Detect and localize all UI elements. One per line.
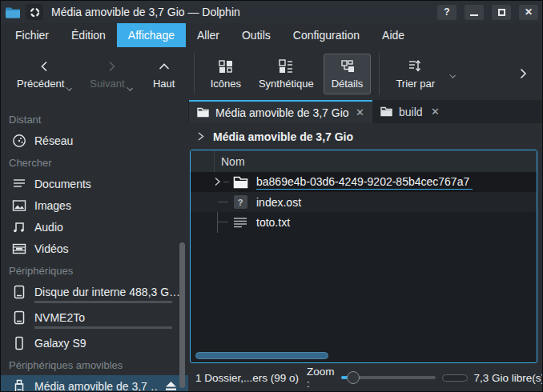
up-button[interactable]: Haut [143,54,186,94]
sidebar-item-label: Réseau [34,134,180,147]
toolbar-separator [194,53,195,94]
document-icon [11,176,26,191]
titlebar: Média amovible de 3,7 Gio — Dolphin ? ✕ [1,1,542,23]
minimize-button[interactable] [465,5,484,20]
section-distant: Distant [1,108,188,130]
zoom-slider-knob[interactable] [347,371,360,384]
dolphin-window: Média amovible de 3,7 Gio — Dolphin ? ✕ … [0,0,543,392]
window-media-icon[interactable] [26,4,43,20]
eject-icon[interactable] [165,381,177,391]
file-name[interactable]: toto.txt [256,216,290,229]
menu-fichier[interactable]: Fichier [4,23,60,47]
toolbar-overflow-button[interactable] [517,67,529,80]
tab-media-amovible[interactable]: Média amovible de 3,7 Gio ✕ [189,100,372,123]
chevron-right-icon [105,58,118,74]
expander-chevron-icon[interactable] [212,177,222,186]
unknown-file-icon: ? [232,194,248,210]
sidebar-item-label: NVME2To [34,311,180,324]
tab-build[interactable]: build ✕ [372,100,448,123]
menu-aide[interactable]: Aide [371,23,416,47]
video-icon [11,241,26,256]
view-compact-label: Synthétique [259,78,314,90]
chevron-up-icon [158,58,171,74]
menu-aller[interactable]: Aller [186,23,231,47]
places-panel: Distant Réseau Chercher [1,100,188,391]
column-separator [214,150,215,172]
horizontal-scrollbar[interactable] [195,352,328,359]
compact-view-icon [279,58,293,74]
sidebar-item-audio[interactable]: Audio [1,216,188,238]
sidebar-item-galaxy-s9[interactable]: Galaxy S9 [1,332,188,354]
sort-by-button[interactable]: Trier par [388,54,443,94]
menu-outils[interactable]: Outils [231,23,282,47]
file-row-toto-txt[interactable]: toto.txt [191,212,537,232]
sidebar-item-images[interactable]: Images [1,194,188,216]
file-row-folder[interactable]: ba869e4b-03d6-4249-9202-85b4cec767a7 [191,172,537,192]
sidebar-scrollbar[interactable] [179,242,185,388]
sort-by-label: Trier par [396,78,435,90]
sidebar-item-label: Images [34,199,180,212]
sidebar-item-videos[interactable]: Vidéos [1,238,188,259]
tab-label: build [399,106,423,118]
audio-icon [11,219,26,234]
statusbar: 1 Dossier,...ers (99 o) Zoom : 7,3 Gio l… [188,364,542,391]
tree-line [218,222,228,222]
minimize-icon [470,14,478,16]
sidebar-item-documents[interactable]: Documents [1,173,188,194]
tab-close-icon[interactable]: ✕ [356,106,364,118]
tabbar: Média amovible de 3,7 Gio ✕ build ✕ [188,100,542,123]
maximize-button[interactable] [492,5,511,20]
forward-button[interactable]: Suivant [82,54,140,94]
breadcrumb-location[interactable]: Média amovible de 3,7 Gio [213,130,353,143]
sidebar-item-disque-dur[interactable]: Disque dur interne 488,3 G… [1,281,188,306]
file-row-index-ost[interactable]: ? index.ost [191,192,537,212]
help-button[interactable]: ? [437,5,457,20]
zoom-slider[interactable] [341,370,436,385]
maximize-icon [498,9,505,16]
file-rows: ba869e4b-03d6-4249-9202-85b4cec767a7 ? i… [191,172,537,362]
network-icon [11,133,26,148]
chevron-down-icon [66,85,72,91]
main-area: Média amovible de 3,7 Gio ✕ build ✕ [188,100,542,391]
dolphin-app-icon [5,4,21,20]
view-details-button[interactable]: Détails [324,54,372,94]
folder-icon [380,106,392,117]
sidebar-item-media-amovible[interactable]: Média amovible de 3,7 … [1,375,188,391]
chevron-left-icon [38,58,51,74]
text-file-icon [232,214,248,230]
back-button[interactable]: Précédent [9,54,80,94]
close-button[interactable]: ✕ [519,5,538,20]
file-name[interactable]: index.ost [256,196,301,209]
file-name[interactable]: ba869e4b-03d6-4249-9202-85b4cec767a7 [256,175,473,190]
sidebar-item-label: Média amovible de 3,7 … [34,380,157,392]
tree-line [223,182,229,182]
zoom-label: Zoom : [307,366,335,390]
menu-edition[interactable]: Édition [60,23,117,47]
sort-dropdown-caret-icon[interactable] [449,72,456,78]
tab-close-icon[interactable]: ✕ [431,106,440,118]
disk-usage-bar [34,326,172,329]
menubar: Fichier Édition Affichage Aller Outils C… [1,23,542,47]
menu-configuration[interactable]: Configuration [282,23,371,47]
hard-drive-icon [11,310,26,325]
breadcrumb: Média amovible de 3,7 Gio [188,123,542,150]
icons-view-icon [219,58,233,74]
window-body: Distant Réseau Chercher [1,100,542,391]
menu-affichage[interactable]: Affichage [117,23,186,47]
chevron-down-icon [127,85,133,91]
view-details-label: Détails [332,78,364,90]
sort-icon [408,58,423,74]
selection-summary: 1 Dossier,...ers (99 o) [195,372,299,384]
tab-label: Média amovible de 3,7 Gio [215,106,349,119]
sidebar-item-label: Documents [34,178,180,190]
free-space-label: 7,3 Gio libre(s) [474,372,543,384]
column-header-nom[interactable]: Nom [221,155,245,168]
free-space-bar [442,374,468,382]
sidebar-item-nvme2to[interactable]: NVME2To [1,306,188,332]
details-view-icon [340,58,355,74]
usb-drive-icon [11,378,26,391]
view-compact-button[interactable]: Synthétique [251,54,322,94]
folder-icon [197,107,209,118]
sidebar-item-reseau[interactable]: Réseau [1,130,188,151]
view-icons-button[interactable]: Icônes [203,54,249,94]
